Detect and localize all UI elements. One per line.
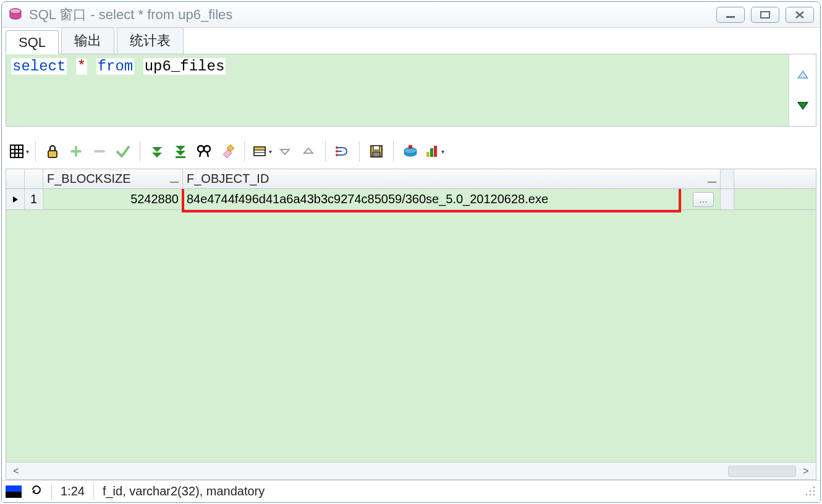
- export-button[interactable]: [400, 141, 421, 162]
- cursor-position: 1:24: [61, 484, 85, 498]
- svg-point-12: [204, 146, 210, 152]
- svg-point-1: [10, 9, 21, 14]
- cell-edit-button[interactable]: …: [693, 192, 714, 207]
- field-info: f_id, varchar2(32), mandatory: [103, 484, 265, 498]
- sql-editor[interactable]: select * from up6_files: [6, 54, 789, 126]
- tab-output[interactable]: 输出: [61, 27, 114, 54]
- scroll-left-button[interactable]: <: [9, 465, 23, 477]
- sql-editor-row: select * from up6_files: [6, 54, 816, 127]
- window-title: SQL 窗口 - select * from up6_files: [29, 6, 716, 24]
- minimize-button[interactable]: [716, 7, 745, 23]
- lock-button[interactable]: [42, 141, 63, 162]
- app-icon: [8, 7, 23, 22]
- scroll-right-button[interactable]: >: [799, 465, 813, 477]
- svg-rect-24: [373, 152, 380, 157]
- token-star: *: [76, 58, 87, 75]
- fetch-next-button[interactable]: [146, 141, 167, 162]
- single-record-button[interactable]: [251, 141, 272, 162]
- svg-rect-28: [426, 152, 430, 157]
- clear-button[interactable]: [217, 141, 238, 162]
- row-number: 1: [25, 189, 43, 209]
- history-nav: [789, 54, 816, 126]
- sql-window: SQL 窗口 - select * from up6_files SQL 输出 …: [1, 1, 821, 503]
- titlebar: SQL 窗口 - select * from up6_files: [2, 2, 820, 28]
- nav-up-button[interactable]: [298, 141, 319, 162]
- chart-button[interactable]: [423, 141, 444, 162]
- header-objectid[interactable]: F_OBJECT_ID: [183, 169, 721, 188]
- grid-row[interactable]: 1 5242880 84e4744f496d41a6a43b3c9274c850…: [6, 189, 816, 210]
- grid-toolbar: [6, 136, 816, 166]
- maximize-button[interactable]: [751, 7, 779, 23]
- svg-rect-29: [430, 148, 433, 157]
- svg-point-11: [198, 146, 204, 152]
- history-prev-button[interactable]: [796, 69, 810, 83]
- grid-options-button[interactable]: [8, 141, 29, 162]
- svg-rect-27: [409, 145, 412, 149]
- horizontal-scrollbar[interactable]: < >: [6, 462, 816, 479]
- svg-point-20: [336, 150, 338, 153]
- tab-sql[interactable]: SQL: [6, 30, 59, 54]
- svg-rect-2: [726, 16, 735, 18]
- link-button[interactable]: [332, 141, 353, 162]
- scroll-thumb[interactable]: [728, 466, 796, 477]
- cell-blocksize[interactable]: 5242880: [43, 189, 183, 209]
- save-button[interactable]: [366, 141, 387, 162]
- grid-body: 1 5242880 84e4744f496d41a6a43b3c9274c850…: [6, 189, 816, 462]
- token-from: from: [96, 58, 135, 75]
- find-button[interactable]: [193, 141, 214, 162]
- cell-objectid[interactable]: 84e4744f496d41a6a43b3c9274c85059/360se_5…: [183, 189, 721, 209]
- cell-padding: [721, 189, 734, 209]
- results-grid: F_BLOCKSIZE F_OBJECT_ID 1 5242880 84e474…: [6, 169, 816, 480]
- add-row-button[interactable]: [66, 141, 87, 162]
- header-rownum[interactable]: [25, 169, 43, 188]
- cell-objectid-value: 84e4744f496d41a6a43b3c9274c85059/360se_5…: [187, 192, 548, 206]
- token-table: up6_files: [143, 58, 226, 75]
- header-padding: [721, 169, 734, 188]
- statusbar: 1:24 f_id, varchar2(32), mandatory: [2, 480, 820, 502]
- svg-rect-9: [48, 151, 57, 158]
- svg-point-19: [336, 146, 338, 149]
- row-marker-icon: [6, 189, 25, 209]
- svg-rect-17: [254, 147, 265, 150]
- remove-row-button[interactable]: [89, 141, 110, 162]
- fetch-all-button[interactable]: [170, 141, 191, 162]
- header-rowmark[interactable]: [6, 169, 25, 188]
- svg-rect-4: [11, 145, 23, 158]
- commit-button[interactable]: [112, 141, 133, 162]
- svg-line-14: [207, 152, 208, 157]
- svg-rect-30: [434, 146, 437, 157]
- flag-icon: [6, 485, 22, 498]
- result-tabs: SQL 输出 统计表: [2, 28, 820, 54]
- svg-line-13: [200, 152, 201, 157]
- svg-rect-10: [176, 156, 185, 158]
- window-controls: [716, 7, 814, 23]
- grid-header: F_BLOCKSIZE F_OBJECT_ID: [6, 169, 816, 189]
- nav-down-button[interactable]: [274, 141, 295, 162]
- svg-rect-3: [761, 12, 769, 18]
- svg-point-21: [336, 154, 338, 156]
- resize-grip[interactable]: [805, 486, 816, 497]
- svg-rect-23: [373, 146, 379, 150]
- close-button[interactable]: [786, 7, 814, 23]
- token-select: select: [11, 58, 67, 75]
- history-next-button[interactable]: [796, 98, 810, 111]
- tab-stats[interactable]: 统计表: [117, 27, 184, 54]
- refresh-icon[interactable]: [30, 484, 43, 499]
- header-blocksize[interactable]: F_BLOCKSIZE: [43, 169, 183, 188]
